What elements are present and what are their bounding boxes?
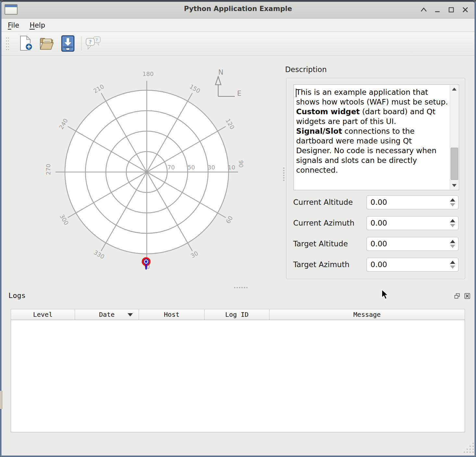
description-paragraph-3-bold: Signal/Slot [296,127,342,135]
target-altitude-value[interactable]: 0.00 [370,237,387,251]
open-folder-icon [38,35,55,52]
spin-down-icon[interactable] [450,224,455,227]
spin-up-icon[interactable] [450,240,455,243]
column-label: Level [33,311,53,318]
azimuth-tick-120: 120 [224,117,236,130]
chevron-up-icon [420,7,427,13]
title-bar[interactable]: Python Application Example [0,0,476,19]
altitude-tick-30: 30 [208,164,215,171]
azimuth-tick-240: 240 [58,117,69,130]
shade-button[interactable] [418,4,430,16]
spin-up-icon[interactable] [450,198,455,202]
azimuth-tick-270: 270 [45,164,52,175]
new-document-icon [18,35,34,52]
menu-bar: File Help [1,19,475,32]
help-button: ? ? [84,34,103,53]
dock-close-button[interactable] [463,292,471,300]
description-text: This is an example application that show… [296,87,448,175]
column-header-message[interactable]: Message [269,309,465,320]
menu-help-rest: elp [35,21,45,29]
column-label: Log ID [225,311,248,318]
target-azimuth-spinbox[interactable]: 0.00 [367,258,458,272]
current-azimuth-label: Current Azimuth [293,216,354,230]
column-header-level[interactable]: Level [11,309,75,320]
menu-help[interactable]: Help [26,20,49,31]
column-header-date[interactable]: Date [75,309,139,320]
azimuth-tick-90: 90 [238,160,244,168]
close-dock-icon [464,293,470,299]
menu-file-accel: F [8,21,11,29]
current-altitude-label: Current Altitude [293,195,353,209]
spin-down-icon[interactable] [450,245,455,248]
column-label: Message [353,311,381,318]
spin-down-icon[interactable] [450,203,455,206]
azimuth-tick-330: 330 [93,249,106,260]
sort-descending-icon [128,313,133,316]
target-azimuth-label: Target Azimuth [293,258,349,272]
dartboard-plot[interactable]: 0 30 60 90 120 150 180 210 240 270 300 3… [0,56,266,283]
scroll-down-button[interactable] [450,181,458,190]
azimuth-tick-210: 210 [92,83,105,94]
resize-grip[interactable] [462,441,474,453]
svg-text:?: ? [89,39,92,45]
vertical-splitter-handle[interactable] [282,167,285,181]
compass-north-label: N [218,68,223,76]
float-window-icon [454,293,460,299]
compass-east-label: E [237,90,241,97]
azimuth-tick-300: 300 [58,213,70,226]
description-title: Description [285,65,327,74]
altitude-tick-50: 50 [188,164,195,171]
azimuth-tick-60: 60 [224,215,234,225]
triangle-down-icon [452,184,457,187]
spin-up-icon[interactable] [450,261,455,264]
current-azimuth-value[interactable]: 0.00 [370,216,387,230]
horizontal-splitter-handle[interactable] [233,286,248,289]
logs-table-body[interactable] [11,320,465,432]
triangle-up-icon [452,88,457,91]
current-altitude-spinbox[interactable]: 0.00 [367,195,458,209]
azimuth-tick-180: 180 [143,70,154,77]
close-icon [462,7,469,13]
scrollbar-thumb[interactable] [451,148,458,180]
column-label: Date [99,311,115,318]
spin-up-icon[interactable] [450,219,455,222]
mouse-cursor [381,289,390,300]
column-header-host[interactable]: Host [139,309,205,320]
menu-file[interactable]: File [4,20,23,31]
toolbar-drag-handle[interactable] [6,37,9,51]
target-altitude-label: Target Altitude [293,237,348,251]
altitude-tick-70: 70 [168,164,175,171]
open-folder-button[interactable] [37,34,56,53]
maximize-button[interactable] [445,4,457,16]
spin-down-icon[interactable] [450,266,455,269]
scroll-up-button[interactable] [450,85,458,93]
new-document-button[interactable] [16,34,35,53]
save-icon [60,35,75,52]
minimize-icon [434,7,441,13]
altitude-tick-10: 10 [228,164,235,171]
close-button[interactable] [459,4,471,16]
logs-dock-title: Logs [8,291,26,300]
column-label: Host [164,311,180,318]
description-paragraph-2-bold: Custom widget [296,107,360,116]
window-edge-handle[interactable] [0,391,2,409]
description-scrollbar[interactable] [450,85,458,190]
application-window: Python Application Example File Help [0,0,476,457]
column-header-log-id[interactable]: Log ID [205,309,269,320]
toolbar-separator [81,36,81,51]
target-altitude-spinbox[interactable]: 0.00 [367,237,458,251]
current-azimuth-spinbox[interactable]: 0.00 [367,216,458,230]
compass-rose: N E [216,68,242,97]
target-azimuth-value[interactable]: 0.00 [370,258,387,271]
menu-help-accel: H [30,21,35,29]
help-icon: ? ? [84,35,102,52]
description-textedit[interactable]: This is an example application that show… [294,84,459,190]
save-button[interactable] [58,34,77,53]
current-altitude-value[interactable]: 0.00 [370,196,387,209]
dock-float-button[interactable] [453,292,461,300]
description-groupbox: This is an example application that show… [286,78,465,279]
window-title: Python Application Example [0,5,476,13]
minimize-button[interactable] [432,4,443,16]
description-paragraph-1: This is an example application that show… [296,88,448,106]
svg-text:?: ? [95,37,98,42]
